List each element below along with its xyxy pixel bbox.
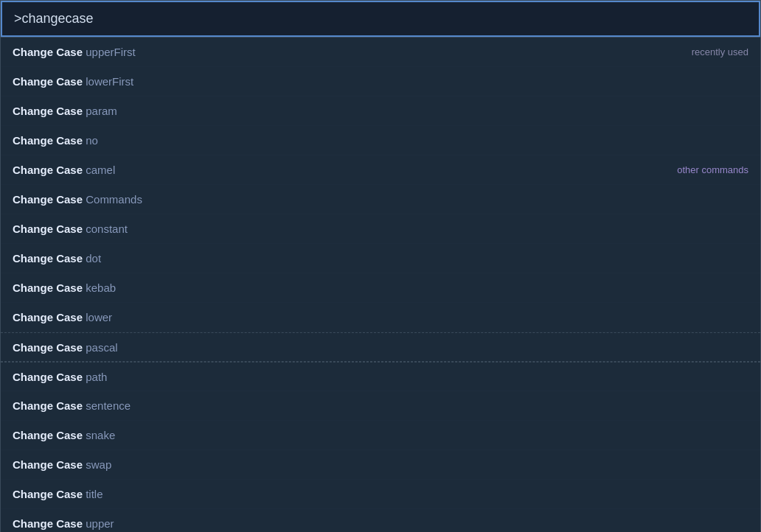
list-item[interactable]: Change Case swap — [1, 450, 760, 480]
item-light: lowerFirst — [86, 75, 133, 88]
item-badge: other commands — [677, 164, 748, 175]
list-item[interactable]: Change Case upperFirstrecently used — [1, 38, 760, 67]
item-light: path — [86, 371, 107, 383]
item-label: Change Case constant — [13, 223, 128, 235]
list-item[interactable]: Change Case no — [1, 126, 760, 155]
item-label: Change Case no — [13, 134, 98, 147]
item-light: sentence — [86, 399, 131, 412]
search-input[interactable] — [1, 1, 760, 37]
item-bold: Change Case — [13, 164, 86, 176]
list-item[interactable]: Change Case constant — [1, 214, 760, 244]
item-bold: Change Case — [13, 399, 86, 412]
list-item[interactable]: Change Case camelother commands — [1, 155, 760, 185]
item-label: Change Case swap — [13, 458, 111, 471]
item-bold: Change Case — [13, 488, 86, 500]
item-bold: Change Case — [13, 517, 86, 530]
command-palette: Change Case upperFirstrecently usedChang… — [0, 0, 761, 532]
item-bold: Change Case — [13, 252, 86, 265]
item-light: swap — [86, 458, 111, 471]
item-light: upper — [86, 517, 114, 530]
item-light: upperFirst — [86, 46, 136, 58]
item-bold: Change Case — [13, 193, 86, 206]
item-light: pascal — [86, 341, 117, 354]
item-light: Commands — [86, 193, 142, 206]
list-item[interactable]: Change Case upper — [1, 509, 760, 532]
item-label: Change Case camel — [13, 164, 115, 176]
item-label: Change Case upperFirst — [13, 46, 136, 58]
list-item[interactable]: Change Case kebab — [1, 273, 760, 303]
item-label: Change Case upper — [13, 517, 114, 530]
item-bold: Change Case — [13, 46, 86, 58]
item-light: kebab — [86, 281, 116, 294]
item-light: lower — [86, 311, 112, 323]
item-bold: Change Case — [13, 311, 86, 323]
item-light: no — [86, 134, 98, 147]
list-item[interactable]: Change Case lower — [1, 303, 760, 332]
item-bold: Change Case — [13, 341, 86, 354]
item-label: Change Case sentence — [13, 399, 131, 412]
list-item[interactable]: Change Case Commands — [1, 185, 760, 214]
item-bold: Change Case — [13, 429, 86, 441]
item-light: constant — [86, 223, 128, 235]
item-label: Change Case title — [13, 488, 103, 500]
item-label: Change Case dot — [13, 252, 101, 265]
item-bold: Change Case — [13, 134, 86, 147]
item-light: title — [86, 488, 102, 500]
item-label: Change Case lowerFirst — [13, 75, 133, 88]
item-bold: Change Case — [13, 371, 86, 383]
item-label: Change Case path — [13, 371, 107, 383]
item-bold: Change Case — [13, 458, 86, 471]
search-box — [1, 1, 760, 38]
item-label: Change Case param — [13, 105, 117, 117]
item-label: Change Case kebab — [13, 281, 116, 294]
item-light: snake — [86, 429, 115, 441]
results-list: Change Case upperFirstrecently usedChang… — [1, 38, 760, 532]
list-item[interactable]: Change Case sentence — [1, 391, 760, 421]
item-bold: Change Case — [13, 281, 86, 294]
list-item[interactable]: Change Case param — [1, 97, 760, 126]
item-label: Change Case pascal — [13, 341, 118, 354]
item-light: param — [86, 105, 117, 117]
item-bold: Change Case — [13, 223, 86, 235]
item-label: Change Case lower — [13, 311, 112, 323]
list-item[interactable]: Change Case dot — [1, 244, 760, 273]
item-label: Change Case Commands — [13, 193, 142, 206]
list-item[interactable]: Change Case lowerFirst — [1, 67, 760, 97]
item-badge: recently used — [692, 46, 748, 57]
item-light: camel — [86, 164, 115, 176]
item-bold: Change Case — [13, 75, 86, 88]
item-light: dot — [86, 252, 101, 265]
list-item[interactable]: Change Case title — [1, 480, 760, 509]
list-item[interactable]: Change Case path — [1, 362, 760, 391]
list-item[interactable]: Change Case snake — [1, 421, 760, 450]
item-label: Change Case snake — [13, 429, 115, 441]
list-item[interactable]: Change Case pascal — [1, 332, 760, 362]
item-bold: Change Case — [13, 105, 86, 117]
